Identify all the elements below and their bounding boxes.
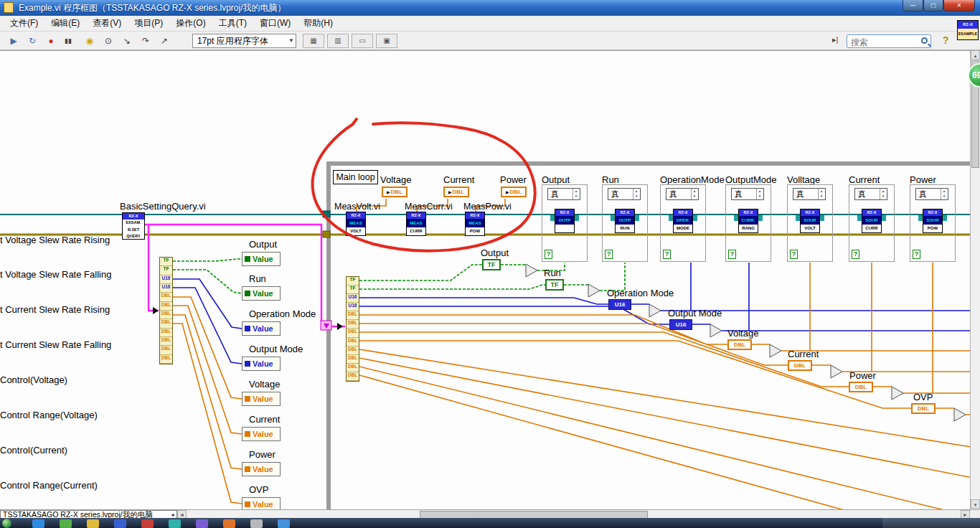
dbl-terminal[interactable]: ▶DBL [501,187,527,197]
loop-label[interactable]: Main loop [333,170,378,184]
minimize-button[interactable]: ─ [903,0,923,11]
cluster-cell[interactable]: U16 [160,284,172,293]
spinner-icon[interactable]: ▴▾ [633,189,639,199]
spinner-icon[interactable]: ▴▾ [818,189,824,199]
run-button[interactable]: ▶ [6,34,22,48]
meas-volt-node[interactable]: RZ-X MEAS VOLT [346,212,366,236]
scroll-up-button[interactable]: ▴ [971,50,980,60]
cluster-cell[interactable]: DBL [160,311,172,319]
dbl-terminal[interactable]: DBL [788,360,812,371]
dbl-terminal[interactable]: DBL [849,382,873,392]
align-objects-button[interactable]: ▦ [303,34,324,48]
spinner-icon[interactable]: ▴▾ [880,189,886,199]
u16-terminal[interactable]: U16 [608,299,631,310]
property-node[interactable]: Value [242,286,281,301]
subvi-icon[interactable]: RZ-XCURR:RANG [738,209,758,233]
unbundle-node[interactable]: TF TF U16 U16 DBL DBL DBL DBL DBL DBL DB… [159,257,173,364]
cluster-cell[interactable]: DBL [160,329,172,337]
distribute-objects-button[interactable]: ▥ [327,34,349,48]
help-icon[interactable]: ? [943,34,949,46]
cluster-cell[interactable]: DBL [160,302,172,311]
start-button[interactable] [2,519,11,528]
subvi-icon[interactable]: RZ-XSOURPOW [923,209,943,233]
cluster-cell[interactable]: DBL [347,329,359,337]
property-node[interactable]: Value [242,252,281,266]
cluster-cell[interactable]: DBL [347,346,359,355]
menu-file[interactable]: 文件(F) [4,16,44,31]
true-constant[interactable]: 真▴▾ [915,188,948,200]
taskbar-icon-9[interactable] [250,519,263,528]
dbl-terminal[interactable]: DBL [727,339,752,350]
cluster-cell[interactable]: DBL [160,355,172,364]
case-frame[interactable]: 真▴▾ RZ-XSOURPOW ? [910,184,956,262]
cluster-cell[interactable]: DBL [347,311,359,320]
case-frame[interactable]: 真▴▾ RZ-XSOURVOLT ? [787,184,833,262]
taskbar-icon-1[interactable] [32,519,44,528]
search-icon[interactable] [921,37,928,44]
boolean-terminal[interactable]: TF [482,259,501,270]
taskbar-icon-6[interactable] [169,519,181,528]
property-node[interactable]: Value [242,321,281,336]
vi-icon[interactable]: RZ-X EXAMPLE [957,20,979,40]
spinner-icon[interactable]: ▴▾ [691,189,697,199]
case-frame[interactable]: 真▴▾ RZ-XOUTP ? [542,184,588,262]
u16-terminal[interactable]: U16 [669,319,692,330]
cluster-cell[interactable]: TF [347,277,359,286]
cluster-cell[interactable]: U16 [347,303,359,311]
menu-tools[interactable]: 工具(T) [213,16,253,31]
property-node[interactable]: Value [242,357,281,371]
subvi-icon[interactable]: RZ-XSOURVOLT [800,209,820,233]
subvi-icon[interactable]: RZ-XOUTPRUN [615,209,635,233]
true-constant[interactable]: 真▴▾ [731,188,764,200]
property-node[interactable]: Value [242,462,281,476]
highlight-execution-button[interactable]: ◉ [82,34,98,48]
property-node[interactable]: Value [242,427,281,441]
basic-setting-query-node[interactable]: RZ-X EXSAM. B.SET QUERY [122,212,145,240]
menu-window[interactable]: 窗口(W) [254,16,296,31]
case-frame[interactable]: 真▴▾ RZ-XOUTPRUN ? [602,184,648,262]
true-constant[interactable]: 真▴▾ [854,188,887,200]
true-constant[interactable]: 真▴▾ [793,188,826,200]
taskbar-icon-2[interactable] [60,519,72,528]
cluster-cell[interactable]: DBL [347,364,359,372]
taskbar-icon-5[interactable] [141,519,154,528]
subvi-icon[interactable]: RZ-XSOURCURR [862,209,882,233]
taskbar-icon-3[interactable] [87,519,99,528]
cluster-cell[interactable]: TF [160,258,172,266]
cluster-cell[interactable]: U16 [160,275,172,284]
cluster-cell[interactable]: DBL [160,319,172,328]
dbl-terminal[interactable]: DBL [911,403,936,414]
cluster-cell[interactable]: U16 [347,294,359,303]
step-over-button[interactable]: ↷ [138,34,154,48]
menu-project[interactable]: 项目(P) [128,16,169,31]
spinner-icon[interactable]: ▴▾ [756,189,763,199]
taskbar-icon-7[interactable] [196,519,208,528]
search-input[interactable] [851,37,917,48]
dbl-terminal[interactable]: ▶DBL [382,187,407,197]
step-out-button[interactable]: ↗ [156,34,172,48]
true-constant[interactable]: 真▴▾ [547,188,580,200]
true-constant[interactable]: 真▴▾ [608,188,641,200]
taskbar-icon-4[interactable] [114,519,126,528]
menu-view[interactable]: 查看(V) [87,16,127,31]
font-selector[interactable]: 17pt 应用程序字体 ▼ [192,34,296,48]
spinner-icon[interactable]: ▴▾ [573,189,579,199]
boolean-terminal[interactable]: TF [545,279,564,291]
cluster-cell[interactable]: DBL [347,372,359,381]
subvi-icon[interactable]: RZ-XOPER:MODE [673,209,693,233]
maximize-button[interactable]: □ [923,0,943,11]
pause-button[interactable]: ▮▮ [60,34,76,48]
cluster-cell[interactable]: TF [160,266,172,275]
property-node[interactable]: Value [242,392,281,406]
scroll-down-button[interactable]: ▾ [971,499,980,509]
unbundle-node[interactable]: TF TF U16 U16 DBL DBL DBL DBL DBL DBL DB… [346,276,359,382]
cluster-cell[interactable]: DBL [347,338,359,346]
meas-curr-node[interactable]: RZ-X MEAS CURR [406,212,426,236]
menu-operate[interactable]: 操作(O) [170,16,211,31]
resize-objects-button[interactable]: ▭ [352,34,373,48]
vertical-scrollbar[interactable]: ▴ ▾ [970,50,980,509]
true-constant[interactable]: 真▴▾ [666,188,699,200]
taskbar-icon-8[interactable] [223,519,235,528]
menu-edit[interactable]: 编辑(E) [45,16,85,31]
abort-button[interactable]: ● [43,34,59,48]
